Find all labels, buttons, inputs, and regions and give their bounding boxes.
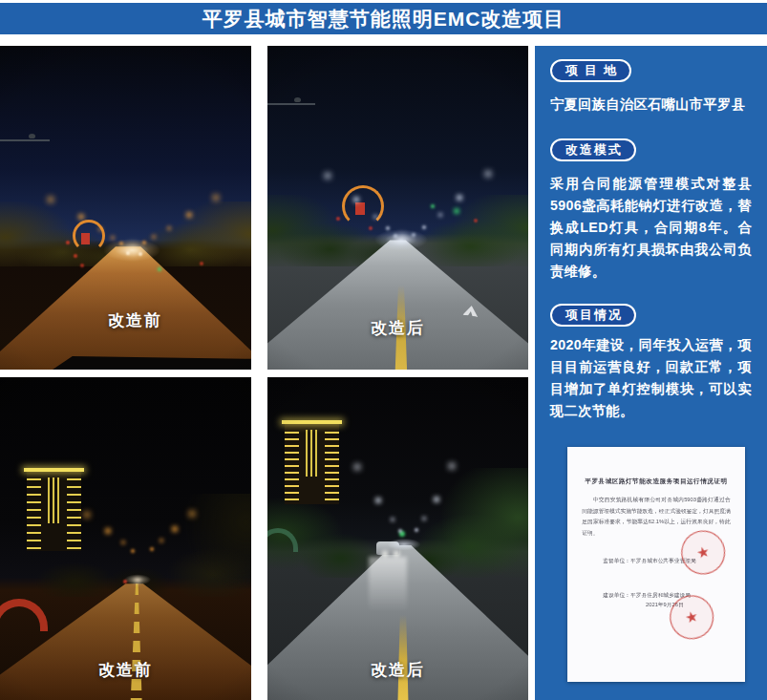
info-sidebar: 项目地 宁夏回族自治区石嘴山市平罗县 改造模式 采用合同能源管理模式对整县590… [535,46,767,700]
project-location-text: 宁夏回族自治区石嘴山市平罗县 [550,94,752,116]
certificate-content: 平罗县城区路灯节能改造服务项目运行情况证明 中交西安筑路机械有限公司对县城内59… [567,447,745,682]
badge-project-status: 项目情况 [550,304,636,327]
photo-label: 改造后 [371,317,425,339]
badge-project-location: 项目地 [550,59,631,82]
page-title: 平罗县城市智慧节能照明EMC改造项目 [202,6,565,32]
certificate-title: 平罗县城区路灯节能改造服务项目运行情况证明 [567,477,745,486]
slide: 平罗县城市智慧节能照明EMC改造项目 改造前 改造后 [0,0,767,700]
certificate-builder-line: 建设单位：平罗县住房和城乡建设局 [567,592,745,600]
photo-bottom-before: 改造前 [0,377,251,700]
project-status-text: 2020年建设，同年投入运营，项目目前运营良好，回款正常，项目增加了单灯控制模块… [550,334,752,422]
photo-top-after: 改造后 [267,46,528,370]
header-bar: 平罗县城市智慧节能照明EMC改造项目 [0,3,767,34]
photo-label: 改造前 [108,309,162,331]
vignette-overlay [267,377,528,700]
photo-top-before: 改造前 [0,46,251,370]
badge-renovation-mode: 改造模式 [550,138,636,161]
vignette-overlay [0,377,251,700]
photo-label: 改造后 [371,659,425,681]
certificate-document: 平罗县城区路灯节能改造服务项目运行情况证明 中交西安筑路机械有限公司对县城内59… [567,447,745,682]
renovation-mode-text: 采用合同能源管理模式对整县5906盏高耗能钠灯进行改造，替换成LED灯具，合同期… [550,173,752,283]
certificate-date: 2021年9月26日 [567,602,745,609]
photo-label: 改造前 [98,659,153,681]
photo-bottom-after: 改造后 [267,377,528,700]
